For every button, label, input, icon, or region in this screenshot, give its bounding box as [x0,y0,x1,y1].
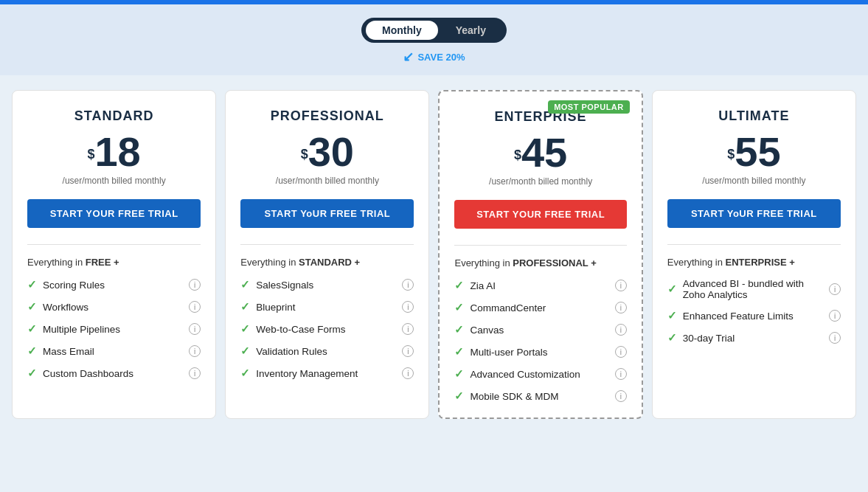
info-icon[interactable]: i [615,324,627,336]
check-icon: ✓ [454,323,464,336]
plan-price-row-standard: $ 18 [27,131,201,173]
feature-left: ✓ Validation Rules [240,344,327,358]
feature-list-professional: ✓ SalesSignals i ✓ Blueprint i ✓ Web-to-… [240,278,414,380]
feature-label: Inventory Management [256,368,358,379]
check-icon: ✓ [454,389,464,403]
check-icon: ✓ [27,278,37,291]
info-icon[interactable]: i [615,368,627,380]
feature-left: ✓ CommandCenter [454,301,546,314]
info-icon[interactable]: i [829,283,841,295]
price-dollar-enterprise: $ [514,148,521,163]
monthly-toggle-btn[interactable]: Monthly [366,21,438,40]
billing-toggle[interactable]: Monthly Yearly [361,18,507,43]
info-icon[interactable]: i [615,390,627,402]
feature-left: ✓ Canvas [454,323,504,336]
info-icon[interactable]: i [402,301,414,313]
feature-item: ✓ Web-to-Case Forms i [240,322,414,336]
feature-item: ✓ Enhanced Feature Limits i [667,309,841,322]
feature-label: Mobile SDK & MDM [470,391,558,402]
feature-item: ✓ Scoring Rules i [27,278,201,291]
feature-label: Advanced BI - bundled withZoho Analytics [683,278,804,300]
info-icon[interactable]: i [189,323,201,335]
feature-item: ✓ Mass Email i [27,344,201,358]
info-icon[interactable]: i [615,280,627,291]
check-icon: ✓ [27,322,37,336]
check-icon: ✓ [240,344,250,358]
feature-left: ✓ Mobile SDK & MDM [454,389,558,403]
plan-price-row-enterprise: $ 45 [454,132,626,173]
trial-btn-standard[interactable]: START YOUR FREE TRIAL [27,199,201,228]
feature-left: ✓ Multiple Pipelines [27,322,120,336]
feature-item: ✓ Multiple Pipelines i [27,322,201,336]
feature-left: ✓ Multi-user Portals [454,345,547,358]
plan-price-row-professional: $ 30 [240,131,414,173]
check-icon: ✓ [240,278,250,291]
feature-item: ✓ Blueprint i [240,300,414,313]
check-icon: ✓ [240,322,250,336]
info-icon[interactable]: i [402,279,414,291]
plan-price-row-ultimate: $ 55 [667,131,841,173]
feature-left: ✓ Web-to-Case Forms [240,322,345,336]
price-dollar-professional: $ [301,147,308,162]
price-billing-standard: /user/month billed monthly [27,176,201,186]
feature-item: ✓ Inventory Management i [240,367,414,380]
feature-label: Web-to-Case Forms [256,324,345,335]
check-icon: ✓ [27,367,37,380]
plan-card-standard: STANDARD $ 18 /user/month billed monthly… [12,90,216,419]
divider-standard [27,244,201,245]
everything-in-ultimate: Everything in ENTERPRISE + [667,257,841,268]
check-icon: ✓ [454,301,464,314]
info-icon[interactable]: i [189,345,201,357]
price-amount-enterprise: 45 [521,132,567,173]
feature-list-enterprise: ✓ Zia AI i ✓ CommandCenter i ✓ Canvas i … [454,279,626,403]
feature-left: ✓ Enhanced Feature Limits [667,309,794,322]
divider-ultimate [667,244,841,245]
feature-item: ✓ Mobile SDK & MDM i [454,389,626,403]
feature-item: ✓ Workflows i [27,300,201,313]
info-icon[interactable]: i [615,302,627,313]
info-icon[interactable]: i [402,323,414,335]
feature-item: ✓ Canvas i [454,323,626,336]
feature-label: Enhanced Feature Limits [683,311,794,322]
info-icon[interactable]: i [402,367,414,379]
plan-card-ultimate: ULTIMATE $ 55 /user/month billed monthly… [652,90,856,419]
info-icon[interactable]: i [189,279,201,291]
feature-left: ✓ Inventory Management [240,367,358,380]
save-label-text: SAVE 20% [417,52,465,63]
feature-label: Custom Dashboards [43,368,133,379]
yearly-toggle-btn[interactable]: Yearly [440,21,502,40]
feature-label: 30-day Trial [683,333,735,344]
feature-left: ✓ Blueprint [240,300,295,313]
divider-enterprise [454,245,626,246]
everything-in-standard: Everything in FREE + [27,257,201,268]
feature-label: Canvas [470,325,504,336]
price-billing-ultimate: /user/month billed monthly [667,176,841,186]
info-icon[interactable]: i [829,332,841,344]
trial-btn-ultimate[interactable]: START YoUR FREE TRIAL [667,199,841,228]
check-icon: ✓ [454,367,464,381]
price-amount-ultimate: 55 [735,131,780,173]
feature-label: SalesSignals [256,280,313,291]
info-icon[interactable]: i [615,346,627,358]
feature-item: ✓ Custom Dashboards i [27,367,201,380]
info-icon[interactable]: i [189,301,201,313]
everything-in-enterprise: Everything in PROFESSIONAL + [454,257,626,268]
feature-item: ✓ Advanced BI - bundled withZoho Analyti… [667,278,841,300]
check-icon: ✓ [667,309,677,322]
info-icon[interactable]: i [402,345,414,357]
check-icon: ✓ [667,283,677,296]
info-icon[interactable]: i [829,310,841,322]
feature-list-ultimate: ✓ Advanced BI - bundled withZoho Analyti… [667,278,841,344]
feature-item: ✓ CommandCenter i [454,301,626,314]
feature-left: ✓ Custom Dashboards [27,367,133,380]
feature-label: Mass Email [43,346,94,357]
price-dollar-standard: $ [87,147,94,162]
trial-btn-professional[interactable]: START YoUR FREE TRIAL [240,199,414,228]
check-icon: ✓ [240,367,250,380]
feature-item: ✓ Validation Rules i [240,344,414,358]
feature-label: Multi-user Portals [470,347,547,358]
check-icon: ✓ [240,300,250,313]
trial-btn-enterprise[interactable]: START YOUR FREE TRIAL [454,200,626,229]
feature-left: ✓ Advanced BI - bundled withZoho Analyti… [667,278,804,300]
info-icon[interactable]: i [189,367,201,379]
